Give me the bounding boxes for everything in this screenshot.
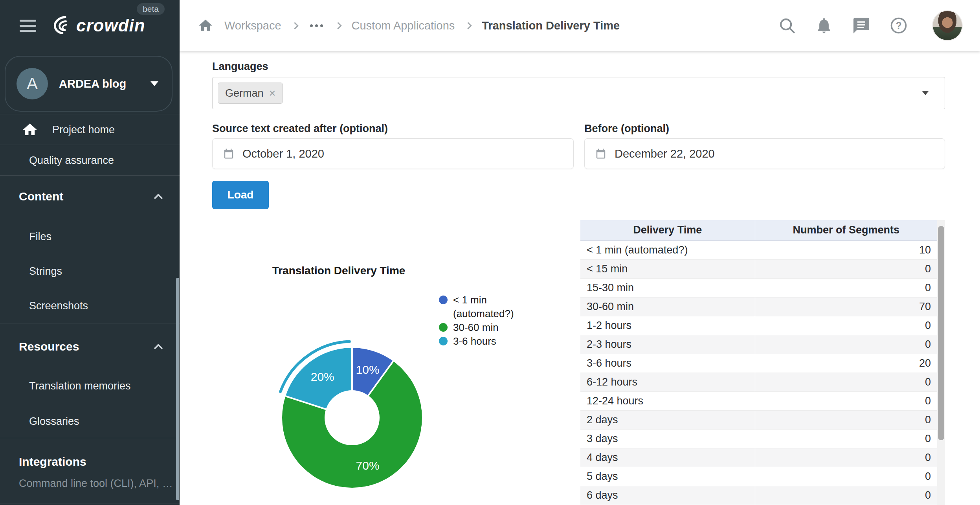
- table-row: 6 days0: [580, 486, 937, 505]
- search-icon[interactable]: [778, 17, 796, 35]
- donut-pie[interactable]: 10%70%20%: [282, 348, 422, 488]
- hamburger-menu-icon[interactable]: [20, 20, 36, 32]
- sidebar-section-resources[interactable]: Resources: [0, 335, 180, 358]
- table-row: 2 days0: [580, 410, 937, 429]
- legend-dot-icon: [439, 296, 448, 304]
- table-row: 3-6 hours20: [580, 354, 937, 373]
- messages-icon[interactable]: [852, 16, 871, 35]
- segments-cell: 70: [755, 297, 937, 316]
- table-row: 4 days0: [580, 448, 937, 467]
- svg-text:?: ?: [896, 20, 901, 31]
- after-date-label: Source text created after (optional): [212, 123, 388, 135]
- breadcrumb-workspace[interactable]: Workspace: [224, 19, 281, 32]
- sidebar-item-translation-memories[interactable]: Translation memories: [0, 375, 180, 397]
- load-button[interactable]: Load: [212, 181, 269, 209]
- sidebar-item-label: Project home: [52, 124, 115, 136]
- slice-label: 70%: [356, 459, 380, 472]
- before-date-input[interactable]: December 22, 2020: [584, 138, 945, 169]
- table-row: 3 days0: [580, 429, 937, 448]
- chevron-right-icon: [465, 22, 472, 29]
- sidebar-header: crowdin beta: [0, 0, 180, 51]
- delivery-time-cell: 30-60 min: [580, 297, 755, 316]
- project-avatar: A: [17, 68, 48, 99]
- table-row: 30-60 min70: [580, 297, 937, 316]
- delivery-time-cell: < 15 min: [580, 259, 755, 278]
- table-header-row: Delivery Time Number of Segments: [580, 220, 937, 241]
- breadcrumb-custom-applications[interactable]: Custom Applications: [352, 19, 455, 32]
- slice-label: 10%: [356, 363, 380, 376]
- table-scrollbar-thumb[interactable]: [938, 226, 944, 440]
- segments-cell: 0: [755, 410, 937, 429]
- segments-cell: 0: [755, 429, 937, 448]
- user-avatar[interactable]: [932, 10, 963, 41]
- column-header-delivery-time: Delivery Time: [580, 220, 755, 241]
- sidebar-item-screenshots[interactable]: Screenshots: [0, 295, 180, 317]
- divider: [0, 175, 180, 176]
- sidebar-section-integrations[interactable]: Integrations: [0, 450, 180, 473]
- segments-cell: 0: [755, 486, 937, 505]
- divider: [0, 323, 180, 323]
- table-row: 5 days0: [580, 467, 937, 486]
- legend-item[interactable]: 30-60 min: [439, 321, 514, 334]
- segments-cell: 0: [755, 467, 937, 486]
- slice-label: 20%: [311, 370, 334, 384]
- chevron-right-icon: [291, 22, 298, 29]
- segments-cell: 0: [755, 259, 937, 278]
- breadcrumb-current: Translation Delivery Time: [482, 19, 620, 32]
- table-row: < 1 min (automated?)10: [580, 241, 937, 259]
- table-row: 6-12 hours0: [580, 373, 937, 391]
- legend-item[interactable]: 3-6 hours: [439, 334, 514, 348]
- column-header-number-of-segments: Number of Segments: [755, 220, 937, 241]
- sidebar-item-label: Translation memories: [29, 380, 131, 392]
- remove-tag-icon[interactable]: ×: [269, 88, 276, 99]
- sidebar-item-files[interactable]: Files: [0, 226, 180, 248]
- legend-dot-icon: [439, 337, 448, 345]
- before-date-label: Before (optional): [584, 123, 669, 135]
- sidebar-section-content[interactable]: Content: [0, 185, 180, 208]
- breadcrumb-ellipsis[interactable]: [308, 24, 325, 27]
- table-row: 2-3 hours0: [580, 335, 937, 354]
- breadcrumb: Workspace Custom Applications Translatio…: [198, 18, 620, 33]
- after-date-input[interactable]: October 1, 2020: [212, 138, 574, 169]
- chart-title: Translation Delivery Time: [260, 264, 417, 277]
- project-selector[interactable]: A ARDEA blog: [5, 56, 173, 112]
- divider: [0, 145, 180, 145]
- app: crowdin beta A ARDEA blog Project home Q…: [0, 0, 980, 505]
- language-tag-label: German: [225, 87, 264, 99]
- languages-select[interactable]: German ×: [212, 77, 945, 109]
- chevron-up-icon: [154, 344, 163, 353]
- table-row: 15-30 min0: [580, 278, 937, 297]
- notifications-bell-icon[interactable]: [815, 17, 833, 35]
- delivery-time-cell: 1-2 hours: [580, 316, 755, 335]
- legend-item[interactable]: < 1 min (automated?): [439, 293, 514, 321]
- crowdin-logo-mark: [50, 14, 72, 37]
- section-label: Content: [19, 190, 63, 203]
- sidebar-item-glossaries[interactable]: Glossaries: [0, 410, 180, 432]
- sidebar-item-quality-assurance[interactable]: Quality assurance: [0, 145, 180, 175]
- sidebar-item-label: Strings: [29, 265, 62, 277]
- sidebar-scrollbar[interactable]: [176, 278, 179, 500]
- topbar: Workspace Custom Applications Translatio…: [180, 0, 980, 51]
- sidebar-item-project-home[interactable]: Project home: [0, 115, 180, 145]
- logo-wordmark: crowdin: [76, 16, 145, 35]
- delivery-time-cell: 5 days: [580, 467, 755, 486]
- segments-cell: 0: [755, 448, 937, 467]
- project-name: ARDEA blog: [59, 77, 139, 90]
- sidebar-item-label: Glossaries: [29, 415, 79, 428]
- delivery-time-cell: 6 days: [580, 486, 755, 505]
- table-scrollbar-track: [937, 220, 945, 505]
- chevron-down-icon: [150, 81, 158, 86]
- crowdin-logo[interactable]: crowdin: [50, 14, 145, 37]
- segments-cell: 0: [755, 335, 937, 354]
- select-caret-icon: [922, 91, 929, 95]
- segments-cell: 0: [755, 316, 937, 335]
- sidebar-item-strings[interactable]: Strings: [0, 260, 180, 282]
- home-icon[interactable]: [198, 18, 213, 33]
- sidebar-item-label: Screenshots: [29, 300, 88, 312]
- help-icon[interactable]: ?: [890, 17, 908, 35]
- chevron-right-icon: [334, 22, 341, 29]
- topbar-icons: ?: [778, 10, 963, 41]
- segments-cell: 0: [755, 373, 937, 391]
- delivery-time-cell: 3-6 hours: [580, 354, 755, 373]
- slice-separator: [351, 348, 353, 418]
